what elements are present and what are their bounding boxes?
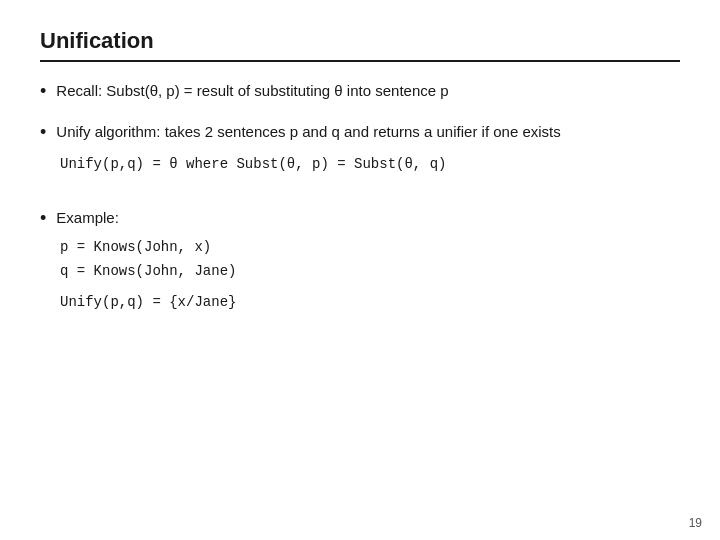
bullet-icon-1: • [40, 81, 46, 102]
bullet-section-3: • Example: p = Knows(John, x) q = Knows(… [40, 207, 680, 315]
spacer [40, 193, 680, 207]
bullet-icon-2: • [40, 122, 46, 143]
slide-container: Unification • Recall: Subst(θ, p) = resu… [0, 0, 720, 540]
example-details: p = Knows(John, x) q = Knows(John, Jane)… [60, 236, 236, 315]
slide-title: Unification [40, 28, 680, 54]
bullet-text-1: Recall: Subst(θ, p) = result of substitu… [56, 80, 448, 103]
bullet-section-2: • Unify algorithm: takes 2 sentences p a… [40, 121, 680, 176]
example-line-2: q = Knows(John, Jane) [60, 260, 236, 284]
page-number: 19 [689, 516, 702, 530]
bullet-section-1: • Recall: Subst(θ, p) = result of substi… [40, 80, 680, 103]
example-result: Unify(p,q) = {x/Jane} [60, 291, 236, 315]
formula-unify: Unify(p,q) = θ where Subst(θ, p) = Subst… [60, 153, 446, 175]
bullet-text-2: Unify algorithm: takes 2 sentences p and… [56, 121, 560, 144]
example-line-1: p = Knows(John, x) [60, 236, 236, 260]
bullet-text-3: Example: [56, 207, 119, 230]
title-divider [40, 60, 680, 62]
bullet-icon-3: • [40, 208, 46, 229]
